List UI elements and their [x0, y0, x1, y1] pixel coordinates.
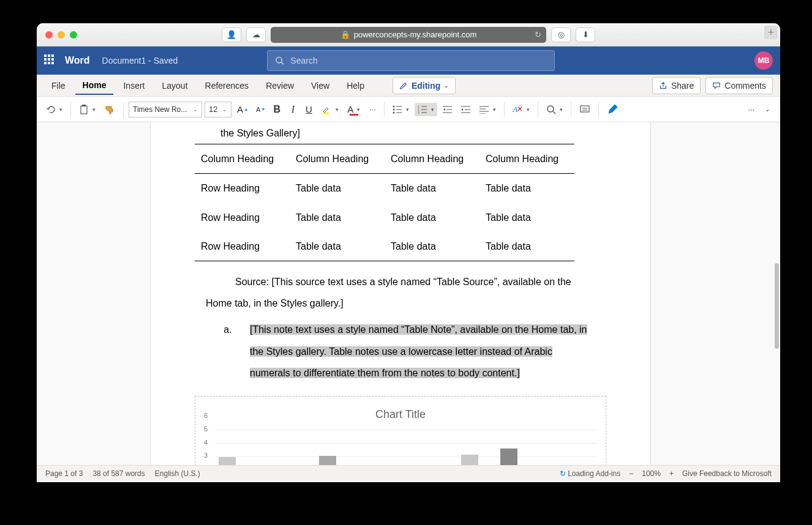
source-text: Source: [This source text uses a style n…: [206, 271, 595, 314]
svg-rect-4: [323, 113, 329, 114]
ribbon-tabs: File Home Insert Layout References Revie…: [37, 75, 780, 97]
word-count[interactable]: 38 of 587 words: [92, 469, 145, 478]
maximize-window-button[interactable]: [70, 31, 77, 39]
svg-point-6: [393, 105, 395, 107]
tab-view[interactable]: View: [304, 77, 337, 94]
svg-text:3: 3: [418, 111, 419, 114]
comments-button[interactable]: Comments: [705, 77, 773, 94]
bold-button[interactable]: B: [270, 102, 284, 117]
reload-icon[interactable]: ↻: [535, 30, 541, 39]
search-input[interactable]: [290, 56, 547, 65]
body-text: the Styles Gallery]: [206, 122, 595, 144]
font-size-select[interactable]: 12⌄: [205, 102, 231, 117]
minimize-window-button[interactable]: [58, 31, 65, 39]
more-ribbon-button[interactable]: ···: [745, 102, 758, 116]
svg-rect-5: [350, 114, 358, 116]
note-text: [This note text uses a style named “Tabl…: [250, 324, 587, 378]
collapse-ribbon-button[interactable]: ⌄: [761, 103, 774, 115]
app-launcher-icon[interactable]: [44, 54, 56, 67]
table-cell: Table data: [290, 174, 385, 203]
styles-icon: [517, 106, 523, 113]
format-painter-button[interactable]: [101, 102, 118, 117]
svg-rect-2: [81, 106, 87, 114]
tab-insert[interactable]: Insert: [116, 77, 152, 94]
app-header: Word Document1 - Saved ⌄ MB: [37, 47, 780, 75]
numbering-button[interactable]: 123: [415, 103, 437, 116]
tab-references[interactable]: References: [198, 77, 257, 94]
zoom-level[interactable]: 100%: [642, 469, 661, 478]
data-table: Column Heading Column Heading Column Hea…: [195, 144, 574, 261]
italic-button[interactable]: I: [286, 102, 299, 117]
document-canvas[interactable]: the Styles Gallery] Column Heading Colum…: [37, 122, 780, 465]
decrease-indent-button[interactable]: [440, 103, 456, 116]
table-cell: Table data: [385, 203, 479, 232]
search-icon: [275, 56, 284, 65]
tab-file[interactable]: File: [44, 77, 73, 94]
app-name[interactable]: Word: [65, 55, 90, 66]
find-button[interactable]: [543, 102, 566, 117]
table-note: a. [This note text uses a style named “T…: [206, 319, 595, 384]
new-tab-button[interactable]: +: [764, 26, 778, 39]
align-left-icon: [479, 105, 489, 114]
chart-object[interactable]: Chart Title 123456: [195, 396, 606, 465]
svg-point-0: [276, 57, 282, 62]
color-bar-icon: [350, 114, 358, 116]
table-cell: Row Heading: [195, 174, 290, 203]
pen-icon: [607, 104, 618, 115]
designer-button[interactable]: [604, 102, 621, 117]
outdent-icon: [443, 105, 453, 114]
tab-review[interactable]: Review: [258, 77, 301, 94]
dictate-button[interactable]: [576, 102, 593, 117]
tab-help[interactable]: Help: [339, 77, 372, 94]
highlight-button[interactable]: [318, 102, 342, 117]
status-bar: Page 1 of 3 38 of 587 words English (U.S…: [37, 465, 780, 481]
vertical-scrollbar[interactable]: [775, 263, 779, 349]
user-avatar[interactable]: MB: [754, 51, 773, 70]
bullets-button[interactable]: [389, 103, 412, 116]
note-marker: a.: [206, 319, 250, 384]
table-cell: Row Heading: [195, 232, 290, 261]
addins-status: ↻ Loading Add-ins: [560, 469, 620, 478]
tab-layout[interactable]: Layout: [154, 77, 195, 94]
tab-home[interactable]: Home: [75, 76, 114, 95]
paste-button[interactable]: [76, 102, 99, 117]
adblock-icon[interactable]: ◎: [551, 28, 571, 42]
feedback-link[interactable]: Give Feedback to Microsoft: [682, 469, 772, 478]
language-indicator[interactable]: English (U.S.): [155, 469, 200, 478]
find-icon: [546, 105, 556, 114]
search-box[interactable]: [267, 50, 555, 71]
window-controls: [45, 31, 77, 39]
cloud-icon[interactable]: ☁: [246, 28, 266, 42]
align-button[interactable]: [476, 103, 499, 116]
editing-mode-button[interactable]: Editing⌄: [393, 77, 456, 94]
table-header: Column Heading: [195, 144, 290, 174]
table-cell: Table data: [479, 203, 574, 232]
downloads-icon[interactable]: ⬇: [576, 28, 595, 42]
svg-point-8: [393, 108, 395, 110]
reading-icon: [579, 104, 590, 115]
share-button[interactable]: Share: [652, 77, 701, 94]
font-color-button[interactable]: A: [344, 102, 363, 117]
zoom-out-button[interactable]: −: [629, 469, 633, 478]
svg-point-10: [393, 111, 395, 113]
undo-icon: [46, 105, 56, 114]
increase-indent-button[interactable]: [458, 103, 474, 116]
document-title[interactable]: Document1 - Saved ⌄: [102, 56, 186, 65]
url-bar[interactable]: 🔒 powerconcepts-my.sharepoint.com ↻: [271, 27, 546, 43]
shrink-font-button[interactable]: A▾: [253, 103, 268, 116]
indent-icon: [461, 105, 471, 114]
privacy-icon[interactable]: 👤: [222, 28, 241, 42]
app-window: 👤 ☁ 🔒 powerconcepts-my.sharepoint.com ↻ …: [37, 23, 780, 482]
document-page[interactable]: the Styles Gallery] Column Heading Colum…: [151, 122, 650, 465]
underline-button[interactable]: U: [302, 102, 315, 117]
bullets-icon: [393, 105, 402, 114]
svg-line-1: [282, 62, 284, 65]
undo-button[interactable]: [43, 102, 66, 117]
styles-button[interactable]: A: [509, 102, 533, 117]
close-window-button[interactable]: [45, 31, 53, 39]
page-indicator[interactable]: Page 1 of 3: [45, 469, 83, 478]
font-name-select[interactable]: Times New Ro...⌄: [129, 102, 202, 117]
grow-font-button[interactable]: A▴: [234, 102, 250, 117]
zoom-in-button[interactable]: +: [669, 469, 674, 478]
more-font-button[interactable]: ···: [366, 102, 379, 116]
